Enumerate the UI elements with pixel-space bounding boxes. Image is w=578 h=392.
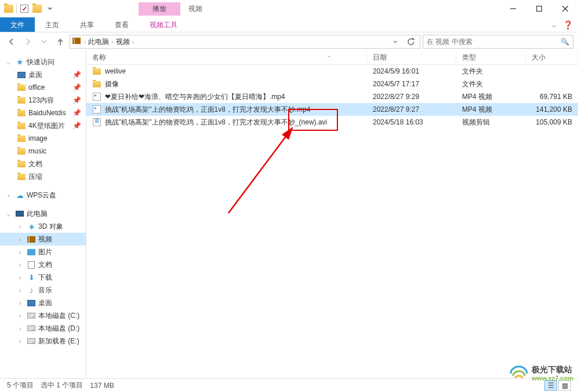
sidebar-item-desktop-2[interactable]: ›桌面 [0, 296, 86, 309]
pin-icon: 📌 [72, 71, 81, 79]
tab-video-tools[interactable]: 视频工具 [139, 17, 188, 32]
folder-icon[interactable] [3, 3, 14, 14]
watermark: 极光下载站 www.xz7.com [510, 365, 573, 382]
sidebar-item[interactable]: 4K壁纸图片📌 [0, 119, 86, 132]
document-icon [26, 260, 37, 269]
recent-dropdown[interactable] [37, 35, 51, 49]
sidebar-item-drive-c[interactable]: ›本地磁盘 (C:) [0, 309, 86, 322]
sidebar-item-downloads[interactable]: ›⬇下载 [0, 271, 86, 284]
folder-icon [16, 121, 27, 130]
details-view-button[interactable]: ☰ [544, 380, 557, 391]
file-list-area: 名称⌃ 日期 类型 大小 weilive 2024/5/9 16:01 文件夹 … [86, 51, 578, 378]
back-button[interactable] [5, 35, 19, 49]
breadcrumb-item[interactable]: 视频 [116, 37, 130, 47]
address-dropdown-icon[interactable] [388, 35, 402, 49]
refresh-button[interactable] [405, 35, 417, 48]
music-icon: ♪ [26, 285, 37, 295]
collapse-ribbon-icon[interactable]: ⌵ [547, 17, 561, 32]
pin-icon: 📌 [72, 96, 81, 104]
sidebar-item[interactable]: 123内容📌 [0, 94, 86, 107]
quick-access[interactable]: ⌵★ 快速访问 [0, 56, 86, 68]
close-button[interactable] [552, 0, 578, 17]
file-row[interactable]: weilive 2024/5/9 16:01 文件夹 [86, 65, 578, 78]
desktop-icon [26, 298, 37, 307]
watermark-logo [510, 365, 528, 382]
navigation-pane[interactable]: ⌵★ 快速访问 桌面📌 office📌 123内容📌 BaiduNetdis📌 … [0, 51, 86, 378]
sidebar-item-desktop[interactable]: 桌面📌 [0, 68, 86, 81]
breadcrumb: › 此电脑 › 视频 › [83, 37, 135, 47]
tab-view[interactable]: 查看 [104, 17, 139, 32]
sidebar-this-pc[interactable]: ⌵此电脑 [0, 207, 86, 220]
icons-view-button[interactable]: ▦ [558, 380, 571, 391]
sidebar-item-3d[interactable]: ›◈3D 对象 [0, 220, 86, 233]
sidebar-item-office[interactable]: office📌 [0, 81, 86, 94]
sidebar-item-music[interactable]: ›♪音乐 [0, 284, 86, 296]
folder-icon [16, 96, 27, 105]
drive-icon [26, 311, 37, 320]
address-box[interactable]: › 此电脑 › 视频 › [70, 35, 420, 49]
checkbox-icon[interactable]: ✓ [19, 3, 30, 14]
folder-icon [16, 134, 27, 143]
column-header-type[interactable]: 类型 [456, 51, 526, 64]
column-header-name[interactable]: 名称⌃ [86, 51, 367, 64]
maximize-button[interactable] [526, 0, 552, 17]
minimize-button[interactable] [500, 0, 526, 17]
sort-ascending-icon: ⌃ [327, 55, 332, 61]
status-selected-count: 选中 1 个项目 [41, 380, 83, 390]
watermark-url: www.xz7.com [532, 375, 573, 382]
title-text: 视频 [180, 2, 210, 16]
column-header-size[interactable]: 大小 [526, 51, 578, 64]
window-controls [500, 0, 578, 17]
svg-rect-1 [536, 6, 541, 12]
drive-icon [26, 336, 37, 346]
up-button[interactable] [53, 35, 67, 49]
watermark-title: 极光下载站 [532, 365, 573, 374]
mp4-icon [92, 105, 101, 114]
file-row[interactable]: 挑战"机场高架"上的物资吃鸡，正面1v8，打完才发现大事不妙_(new).avi… [86, 116, 578, 129]
file-row[interactable]: ❤夏日补给❤海浪、晴空与奔跑的少女们【夏日晴海】.mp4 2022/8/27 9… [86, 90, 578, 103]
folder-icon [92, 67, 101, 76]
breadcrumb-item[interactable]: 此电脑 [88, 37, 109, 47]
sidebar-item-video[interactable]: ›视频 [0, 233, 86, 246]
folder-icon-2[interactable] [32, 3, 42, 14]
search-input[interactable] [427, 38, 561, 46]
help-icon[interactable]: ❓ [561, 17, 575, 32]
cube-icon: ◈ [26, 222, 37, 231]
tab-file[interactable]: 文件 [0, 17, 35, 32]
file-row[interactable]: 摄像 2024/5/7 17:17 文件夹 [86, 78, 578, 90]
sidebar-item-documents[interactable]: ›文档 [0, 258, 86, 271]
monitor-icon [14, 209, 25, 218]
overflow-icon[interactable]: ⏷ [45, 3, 55, 14]
sidebar-item[interactable]: BaiduNetdis📌 [0, 107, 86, 119]
sidebar-item[interactable]: music [0, 145, 86, 157]
video-icon [26, 235, 37, 244]
column-header-date[interactable]: 日期 [367, 51, 456, 64]
cloud-icon: ☁ [14, 190, 25, 200]
search-box[interactable]: 🔍 [423, 35, 573, 49]
folder-icon [16, 146, 27, 156]
sidebar-wps-cloud[interactable]: ›☁WPS云盘 [0, 189, 86, 202]
file-rows: weilive 2024/5/9 16:01 文件夹 摄像 2024/5/7 1… [86, 65, 578, 378]
sidebar-item-drive-d[interactable]: ›本地磁盘 (D:) [0, 322, 86, 335]
forward-button[interactable] [21, 35, 35, 49]
sidebar-item[interactable]: 压缩 [0, 170, 86, 183]
sidebar-item[interactable]: 文档 [0, 157, 86, 170]
tab-home[interactable]: 主页 [35, 17, 70, 32]
sidebar-item-drive-e[interactable]: ›新加载卷 (E:) [0, 335, 86, 347]
file-row[interactable]: 挑战"机场高架"上的物资吃鸡，正面1v8，打完才发现大事不妙.mp4 2022/… [86, 103, 578, 116]
qat: ✓ ⏷ [0, 3, 59, 14]
folder-icon [92, 79, 101, 89]
tab-share[interactable]: 共享 [70, 17, 104, 32]
desktop-icon [16, 70, 27, 79]
status-bar: 5 个项目 选中 1 个项目 137 MB ☰ ▦ [0, 378, 578, 392]
picture-icon [26, 247, 37, 257]
sidebar-item-pictures[interactable]: ›图片 [0, 246, 86, 258]
search-icon[interactable]: 🔍 [561, 38, 569, 46]
download-icon: ⬇ [26, 273, 37, 282]
address-bar: › 此电脑 › 视频 › 🔍 [0, 32, 578, 51]
pin-icon: 📌 [72, 122, 81, 130]
status-selected-size: 137 MB [90, 382, 114, 390]
ribbon-tabs: 文件 主页 共享 查看 视频工具 ⌵ ❓ [0, 17, 578, 32]
sidebar-item[interactable]: image [0, 132, 86, 145]
column-headers: 名称⌃ 日期 类型 大小 [86, 51, 578, 65]
